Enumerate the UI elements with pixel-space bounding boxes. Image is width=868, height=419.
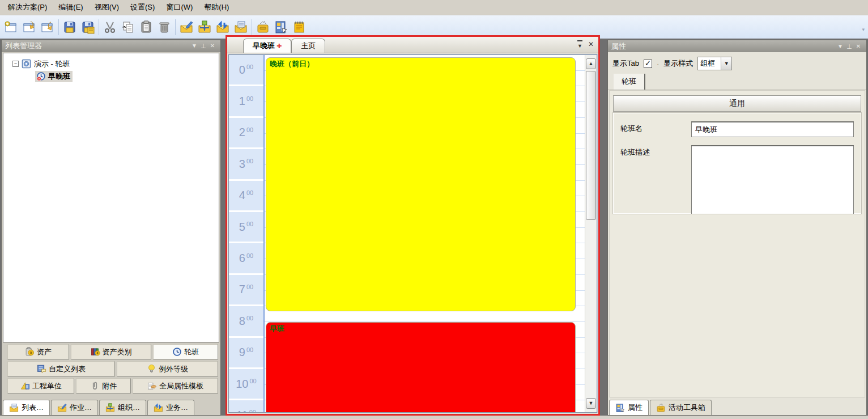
hour-cell: 800 [229, 306, 263, 337]
chevron-down-icon[interactable]: ▼ [721, 57, 731, 70]
tab-business[interactable]: 业务… [147, 400, 194, 415]
envelope-list-icon [234, 20, 248, 34]
close-icon[interactable]: ✕ [208, 42, 217, 50]
paste-button[interactable] [137, 18, 155, 36]
menu-bar: 解决方案(P) 编辑(E) 视图(V) 设置(S) 窗口(W) 帮助(H) [0, 0, 868, 15]
schedule-canvas[interactable]: 晚班（前日） 早班 [265, 55, 577, 412]
show-tab-checkbox[interactable] [644, 60, 652, 68]
panel-title: 列表管理器 [5, 41, 190, 51]
shift-block-morning[interactable]: 早班 [266, 322, 576, 413]
tree-root-row[interactable]: − 演示 - 轮班 [6, 58, 216, 70]
asset-categories-button-label: 资产类别 [103, 347, 132, 357]
tab-activity-toolbox[interactable]: 活动工具箱 [650, 400, 712, 415]
tab-shift-properties[interactable]: 轮班 [614, 74, 645, 90]
shift-schedule-view[interactable]: 000 100 200 300 400 500 600 700 800 900 … [228, 54, 597, 413]
clock-icon [172, 347, 182, 357]
menu-view[interactable]: 视图(V) [91, 0, 127, 15]
new-solution-button[interactable] [2, 18, 20, 36]
tab-properties[interactable]: 属性 [609, 400, 649, 415]
shift-block-night[interactable]: 晚班（前日） [266, 57, 576, 312]
tab-activity-toolbox-label: 活动工具箱 [669, 403, 705, 413]
shift-name-label: 轮班名 [620, 121, 691, 137]
tab-jobs-label: 作业… [70, 403, 92, 413]
copy-button[interactable] [119, 18, 137, 36]
tree-collapse-icon[interactable]: − [12, 61, 19, 67]
display-controls: 显示Tab · 显示样式 组框 ▼ [608, 52, 866, 74]
scroll-down-icon[interactable]: ▼ [586, 398, 596, 409]
document-area: 早晚班 ✚ 主页 ▼ ✕ 000 100 200 300 400 500 600… [225, 35, 600, 416]
pin-icon[interactable]: ⊥ [845, 43, 854, 50]
shifts-button[interactable]: 轮班 [153, 344, 218, 359]
menu-solution[interactable]: 解决方案(P) [5, 0, 55, 15]
notes-button[interactable] [290, 18, 308, 36]
vertical-scrollbar[interactable]: ▲ ▼ [585, 55, 597, 412]
save-button[interactable] [61, 18, 79, 36]
list-details-button[interactable] [232, 18, 250, 36]
properties-panel-button[interactable] [272, 18, 290, 36]
hour-cell: 400 [229, 181, 263, 212]
archive-button[interactable] [254, 18, 272, 36]
tab-organization[interactable]: 组织… [99, 400, 146, 415]
floppy-disk-icon [63, 20, 76, 34]
scrollbar-thumb[interactable] [586, 71, 596, 220]
menu-settings[interactable]: 设置(S) [127, 0, 163, 15]
open-solution-button[interactable] [20, 18, 39, 36]
modified-icon: ✚ [276, 43, 282, 50]
assets-button[interactable]: 资产 [7, 344, 69, 359]
close-document-icon[interactable]: ✕ [588, 40, 594, 50]
collapse-icon[interactable]: ▼ [190, 42, 199, 50]
toolbar-separator [58, 19, 59, 35]
merge-list-button[interactable] [195, 18, 214, 36]
hour-cell: 300 [229, 149, 263, 180]
scroll-menu-icon[interactable]: ▼ [577, 40, 582, 50]
paperclip-icon [90, 381, 100, 391]
collapse-icon[interactable]: ▼ [836, 43, 845, 50]
envelope-package-icon [105, 403, 115, 413]
envelope-arrows-icon [154, 403, 163, 413]
tab-lists[interactable]: 列表… [3, 400, 50, 415]
envelope-pencil-icon [180, 20, 193, 34]
group-header-general[interactable]: 通用 [613, 95, 861, 112]
toolbar-separator [252, 19, 252, 35]
engineering-units-button[interactable]: 工程单位 [7, 378, 74, 393]
exception-levels-button[interactable]: 例外等级 [117, 361, 218, 376]
attachments-button[interactable]: 附件 [76, 378, 131, 393]
asset-categories-button[interactable]: 资产类别 [71, 344, 151, 359]
tree-child-rowwrap: 早晚班 [6, 70, 216, 83]
import-solution-button[interactable] [39, 18, 57, 36]
doc-tab-shift[interactable]: 早晚班 ✚ [243, 39, 291, 53]
tree-item-label[interactable]: 早晚班 [48, 71, 70, 82]
tree-root-label[interactable]: 演示 - 轮班 [34, 59, 70, 69]
envelope-list-icon [9, 403, 19, 413]
floppy-disks-icon [81, 20, 95, 34]
cut-button[interactable] [101, 18, 119, 36]
tab-jobs[interactable]: 作业… [51, 400, 98, 415]
tree-item-shift[interactable]: 早晚班 [35, 71, 73, 82]
shift-description-input[interactable] [691, 145, 854, 214]
hour-cell: 200 [229, 118, 263, 149]
menu-edit[interactable]: 编辑(E) [55, 0, 91, 15]
doc-tab-home-label: 主页 [301, 41, 316, 51]
edit-list-button[interactable] [177, 18, 195, 36]
close-icon[interactable]: ✕ [854, 43, 863, 50]
display-style-select[interactable]: 组框 ▼ [697, 57, 732, 70]
shift-name-input[interactable]: 早晚班 [691, 121, 854, 137]
doc-tab-home[interactable]: 主页 [291, 39, 325, 53]
toolbar-separator [175, 19, 176, 35]
global-property-templates-button[interactable]: 全局属性模板 [133, 378, 218, 393]
exception-levels-button-label: 例外等级 [159, 364, 188, 374]
save-all-button[interactable] [79, 18, 97, 36]
scroll-up-icon[interactable]: ▲ [586, 58, 596, 69]
pin-icon[interactable]: ⊥ [199, 42, 208, 50]
schedule-gutter [577, 55, 585, 412]
custom-lists-button[interactable]: 自定义列表 [7, 361, 115, 376]
general-group-box: 轮班名 早晚班 轮班描述 [613, 113, 861, 214]
menu-window[interactable]: 窗口(W) [163, 0, 201, 15]
import-export-list-button[interactable] [214, 18, 232, 36]
delete-button[interactable] [155, 18, 173, 36]
hour-cell: 600 [229, 243, 263, 274]
menu-help[interactable]: 帮助(H) [201, 0, 237, 15]
envelope-package-icon [198, 20, 211, 34]
display-style-label: 显示样式 [663, 58, 693, 69]
toolbar-overflow-icon[interactable]: ▾ [862, 27, 865, 32]
